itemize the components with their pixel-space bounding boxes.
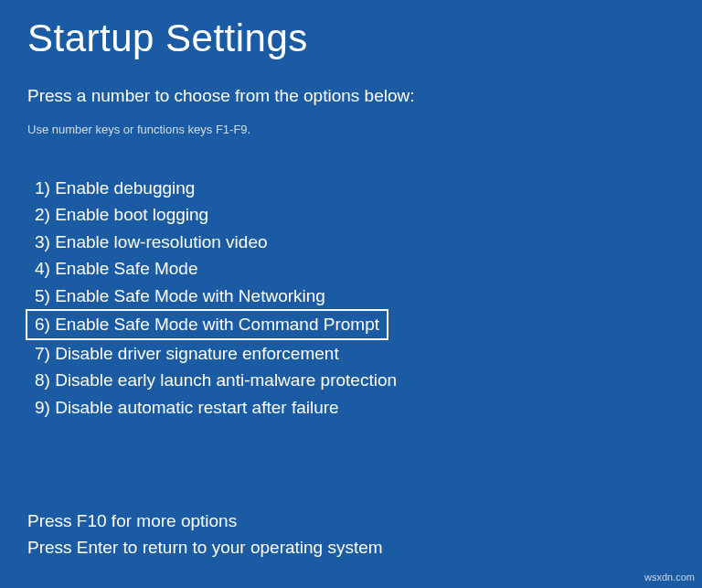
option-label-2: 2) Enable boot logging (27, 201, 216, 228)
option-row-7[interactable]: 7) Disable driver signature enforcement (27, 340, 675, 367)
footer: Press F10 for more options Press Enter t… (27, 508, 383, 561)
option-label-5: 5) Enable Safe Mode with Networking (27, 283, 333, 309)
option-row-3[interactable]: 3) Enable low-resolution video (27, 229, 675, 255)
option-row-4[interactable]: 4) Enable Safe Mode (27, 255, 675, 282)
option-label-3: 3) Enable low-resolution video (27, 229, 275, 255)
option-label-7: 7) Disable driver signature enforcement (27, 340, 346, 367)
instruction-text: Press a number to choose from the option… (27, 86, 675, 106)
option-label-4: 4) Enable Safe Mode (27, 255, 206, 282)
return-hint: Press Enter to return to your operating … (27, 535, 383, 561)
more-options-hint: Press F10 for more options (27, 508, 383, 535)
option-row-6[interactable]: 6) Enable Safe Mode with Command Prompt (27, 309, 675, 339)
option-label-8: 8) Disable early launch anti-malware pro… (27, 367, 404, 393)
option-row-5[interactable]: 5) Enable Safe Mode with Networking (27, 283, 675, 309)
option-row-1[interactable]: 1) Enable debugging (27, 175, 675, 201)
option-label-6: 6) Enable Safe Mode with Command Prompt (26, 309, 388, 339)
startup-options-list: 1) Enable debugging2) Enable boot loggin… (27, 175, 675, 421)
option-row-8[interactable]: 8) Disable early launch anti-malware pro… (27, 367, 675, 393)
key-hint-text: Use number keys or functions keys F1-F9. (27, 123, 675, 136)
option-label-9: 9) Disable automatic restart after failu… (27, 394, 346, 421)
option-row-9[interactable]: 9) Disable automatic restart after failu… (27, 394, 675, 421)
watermark: wsxdn.com (644, 572, 695, 583)
option-row-2[interactable]: 2) Enable boot logging (27, 201, 675, 228)
option-label-1: 1) Enable debugging (27, 175, 202, 201)
page-title: Startup Settings (27, 16, 675, 60)
